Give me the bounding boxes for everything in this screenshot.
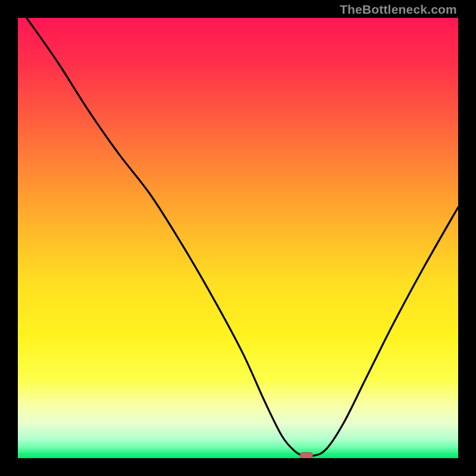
bottleneck-curve <box>27 18 458 456</box>
plot-area <box>18 18 458 458</box>
watermark-text: TheBottleneck.com <box>340 2 457 17</box>
chart-frame: TheBottleneck.com <box>0 0 476 476</box>
curve-layer <box>18 18 458 458</box>
optimum-marker <box>300 452 313 458</box>
